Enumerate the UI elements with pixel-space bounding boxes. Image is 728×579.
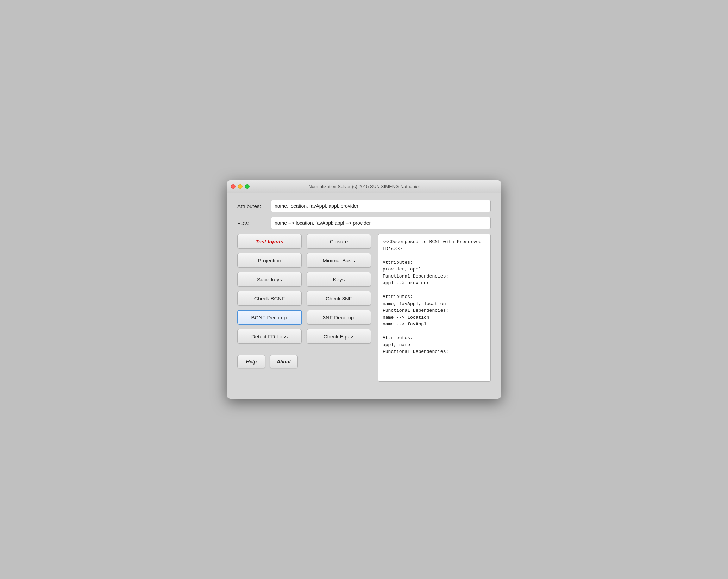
bottom-buttons: Help About bbox=[237, 355, 371, 368]
detect-fd-loss-button[interactable]: Detect FD Loss bbox=[237, 329, 302, 344]
attributes-row: Attributes: bbox=[237, 200, 491, 212]
check-3nf-button[interactable]: Check 3NF bbox=[307, 291, 371, 306]
test-inputs-button[interactable]: Test Inputs bbox=[237, 234, 302, 249]
check-equiv-button[interactable]: Check Equiv. bbox=[307, 329, 371, 344]
attributes-input[interactable] bbox=[271, 200, 491, 212]
traffic-lights bbox=[231, 184, 250, 189]
minimal-basis-button[interactable]: Minimal Basis bbox=[307, 253, 371, 268]
fds-row: FD's: bbox=[237, 217, 491, 229]
projection-button[interactable]: Projection bbox=[237, 253, 302, 268]
output-area: <<<Decomposed to BCNF with Preserved FD'… bbox=[378, 234, 491, 382]
maximize-button[interactable] bbox=[245, 184, 250, 189]
superkeys-button[interactable]: Superkeys bbox=[237, 272, 302, 287]
closure-button[interactable]: Closure bbox=[307, 234, 371, 249]
button-row-6: Detect FD Loss Check Equiv. bbox=[237, 329, 371, 344]
close-button[interactable] bbox=[231, 184, 236, 189]
keys-button[interactable]: Keys bbox=[307, 272, 371, 287]
button-row-3: Superkeys Keys bbox=[237, 272, 371, 287]
button-row-5: BCNF Decomp. 3NF Decomp. bbox=[237, 310, 371, 325]
content-area: Attributes: FD's: Test Inputs Closure Pr… bbox=[227, 193, 501, 390]
button-row-4: Check BCNF Check 3NF bbox=[237, 291, 371, 306]
main-area: Test Inputs Closure Projection Minimal B… bbox=[237, 234, 491, 382]
check-bcnf-button[interactable]: Check BCNF bbox=[237, 291, 302, 306]
title-bar: Normalization Solver (c) 2015 SUN XIMENG… bbox=[227, 180, 501, 193]
window-title: Normalization Solver (c) 2015 SUN XIMENG… bbox=[308, 184, 420, 189]
help-button[interactable]: Help bbox=[237, 355, 265, 368]
minimize-button[interactable] bbox=[238, 184, 243, 189]
3nf-decomp-button[interactable]: 3NF Decomp. bbox=[307, 310, 371, 325]
bcnf-decomp-button[interactable]: BCNF Decomp. bbox=[237, 310, 302, 325]
fds-label: FD's: bbox=[237, 220, 271, 226]
button-row-2: Projection Minimal Basis bbox=[237, 253, 371, 268]
main-window: Normalization Solver (c) 2015 SUN XIMENG… bbox=[227, 180, 501, 399]
button-row-1: Test Inputs Closure bbox=[237, 234, 371, 249]
attributes-label: Attributes: bbox=[237, 203, 271, 209]
button-panel: Test Inputs Closure Projection Minimal B… bbox=[237, 234, 371, 382]
about-button[interactable]: About bbox=[270, 355, 298, 368]
fds-input[interactable] bbox=[271, 217, 491, 229]
